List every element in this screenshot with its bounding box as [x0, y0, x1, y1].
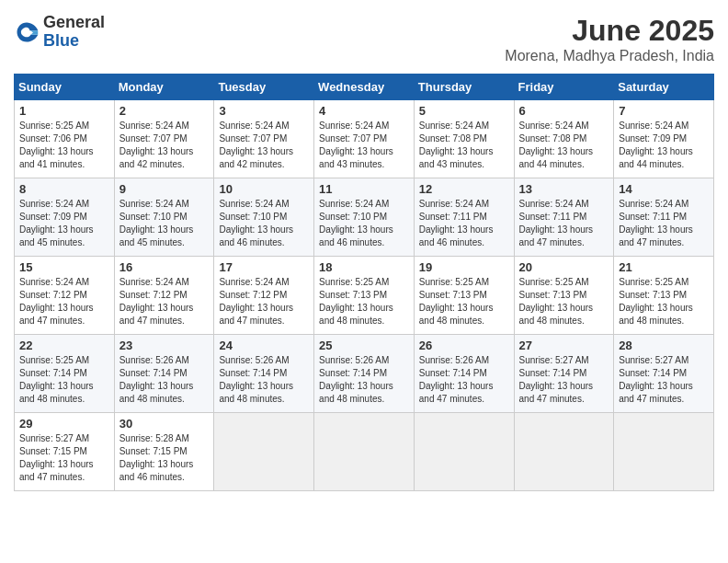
day-number: 18	[319, 260, 409, 274]
calendar-cell: 2 Sunrise: 5:24 AMSunset: 7:07 PMDayligh…	[114, 100, 214, 178]
calendar-cell	[514, 413, 614, 491]
calendar-cell: 23 Sunrise: 5:26 AMSunset: 7:14 PMDaylig…	[114, 335, 214, 413]
day-info: Sunrise: 5:26 AMSunset: 7:14 PMDaylight:…	[419, 355, 494, 404]
logo: General Blue	[14, 14, 105, 51]
day-number: 26	[419, 339, 509, 352]
calendar-cell: 27 Sunrise: 5:27 AMSunset: 7:14 PMDaylig…	[514, 335, 614, 413]
calendar-cell: 9 Sunrise: 5:24 AMSunset: 7:10 PMDayligh…	[114, 178, 214, 257]
day-number: 27	[519, 339, 609, 352]
day-number: 10	[219, 182, 309, 196]
calendar-cell: 28 Sunrise: 5:27 AMSunset: 7:14 PMDaylig…	[614, 335, 714, 413]
day-number: 9	[119, 182, 210, 196]
calendar-cell: 26 Sunrise: 5:26 AMSunset: 7:14 PMDaylig…	[414, 335, 514, 413]
calendar-cell: 6 Sunrise: 5:24 AMSunset: 7:08 PMDayligh…	[514, 100, 614, 178]
day-info: Sunrise: 5:24 AMSunset: 7:07 PMDaylight:…	[219, 121, 293, 169]
calendar-cell: 5 Sunrise: 5:24 AMSunset: 7:08 PMDayligh…	[414, 100, 514, 178]
calendar-cell	[214, 413, 314, 491]
calendar-subtitle: Morena, Madhya Pradesh, India	[505, 48, 714, 64]
day-number: 17	[219, 260, 309, 274]
calendar-cell: 19 Sunrise: 5:25 AMSunset: 7:13 PMDaylig…	[414, 257, 514, 335]
calendar-title: June 2025	[505, 14, 714, 48]
week-row-2: 8 Sunrise: 5:24 AMSunset: 7:09 PMDayligh…	[15, 178, 714, 257]
calendar-cell: 18 Sunrise: 5:25 AMSunset: 7:13 PMDaylig…	[314, 257, 415, 335]
header-thursday: Thursday	[414, 75, 514, 100]
day-number: 25	[319, 339, 409, 352]
day-info: Sunrise: 5:24 AMSunset: 7:11 PMDaylight:…	[519, 199, 594, 247]
day-info: Sunrise: 5:24 AMSunset: 7:07 PMDaylight:…	[119, 121, 194, 169]
calendar-cell: 15 Sunrise: 5:24 AMSunset: 7:12 PMDaylig…	[15, 257, 115, 335]
header-row: Sunday Monday Tuesday Wednesday Thursday…	[15, 75, 714, 100]
day-number: 23	[119, 339, 210, 352]
day-info: Sunrise: 5:25 AMSunset: 7:06 PMDaylight:…	[19, 121, 94, 169]
day-info: Sunrise: 5:25 AMSunset: 7:13 PMDaylight:…	[619, 277, 693, 326]
calendar-cell: 12 Sunrise: 5:24 AMSunset: 7:11 PMDaylig…	[414, 178, 514, 257]
day-info: Sunrise: 5:24 AMSunset: 7:07 PMDaylight:…	[319, 121, 393, 169]
calendar-cell: 7 Sunrise: 5:24 AMSunset: 7:09 PMDayligh…	[614, 100, 714, 178]
calendar-cell: 13 Sunrise: 5:24 AMSunset: 7:11 PMDaylig…	[514, 178, 614, 257]
day-number: 29	[19, 417, 109, 431]
calendar-cell: 22 Sunrise: 5:25 AMSunset: 7:14 PMDaylig…	[15, 335, 115, 413]
calendar-cell: 11 Sunrise: 5:24 AMSunset: 7:10 PMDaylig…	[314, 178, 415, 257]
day-number: 16	[119, 260, 210, 274]
header-tuesday: Tuesday	[214, 75, 314, 100]
day-info: Sunrise: 5:26 AMSunset: 7:14 PMDaylight:…	[319, 355, 393, 404]
day-info: Sunrise: 5:25 AMSunset: 7:13 PMDaylight:…	[419, 277, 494, 326]
day-info: Sunrise: 5:24 AMSunset: 7:11 PMDaylight:…	[619, 199, 693, 247]
day-number: 28	[619, 339, 709, 352]
calendar-cell: 8 Sunrise: 5:24 AMSunset: 7:09 PMDayligh…	[15, 178, 115, 257]
calendar-cell: 1 Sunrise: 5:25 AMSunset: 7:06 PMDayligh…	[15, 100, 115, 178]
calendar-cell: 29 Sunrise: 5:27 AMSunset: 7:15 PMDaylig…	[15, 413, 115, 491]
calendar-cell: 10 Sunrise: 5:24 AMSunset: 7:10 PMDaylig…	[214, 178, 314, 257]
day-info: Sunrise: 5:27 AMSunset: 7:14 PMDaylight:…	[619, 355, 693, 404]
week-row-1: 1 Sunrise: 5:25 AMSunset: 7:06 PMDayligh…	[15, 100, 714, 178]
calendar-cell	[314, 413, 415, 491]
calendar-cell: 4 Sunrise: 5:24 AMSunset: 7:07 PMDayligh…	[314, 100, 415, 178]
day-info: Sunrise: 5:26 AMSunset: 7:14 PMDaylight:…	[119, 355, 194, 404]
day-info: Sunrise: 5:24 AMSunset: 7:10 PMDaylight:…	[319, 199, 393, 247]
day-info: Sunrise: 5:24 AMSunset: 7:10 PMDaylight:…	[219, 199, 293, 247]
day-info: Sunrise: 5:24 AMSunset: 7:12 PMDaylight:…	[219, 277, 293, 326]
calendar-cell: 16 Sunrise: 5:24 AMSunset: 7:12 PMDaylig…	[114, 257, 214, 335]
day-info: Sunrise: 5:24 AMSunset: 7:12 PMDaylight:…	[119, 277, 194, 326]
day-number: 19	[419, 260, 509, 274]
calendar-cell: 20 Sunrise: 5:25 AMSunset: 7:13 PMDaylig…	[514, 257, 614, 335]
day-info: Sunrise: 5:24 AMSunset: 7:08 PMDaylight:…	[519, 121, 594, 169]
calendar-cell: 14 Sunrise: 5:24 AMSunset: 7:11 PMDaylig…	[614, 178, 714, 257]
week-row-3: 15 Sunrise: 5:24 AMSunset: 7:12 PMDaylig…	[15, 257, 714, 335]
day-number: 15	[19, 260, 109, 274]
calendar-cell: 24 Sunrise: 5:26 AMSunset: 7:14 PMDaylig…	[214, 335, 314, 413]
day-number: 7	[619, 104, 709, 118]
calendar-cell: 21 Sunrise: 5:25 AMSunset: 7:13 PMDaylig…	[614, 257, 714, 335]
title-section: June 2025 Morena, Madhya Pradesh, India	[505, 14, 714, 64]
day-info: Sunrise: 5:25 AMSunset: 7:13 PMDaylight:…	[519, 277, 594, 326]
day-info: Sunrise: 5:25 AMSunset: 7:14 PMDaylight:…	[19, 355, 94, 404]
day-number: 14	[619, 182, 709, 196]
day-number: 6	[519, 104, 609, 118]
day-number: 8	[19, 182, 109, 196]
day-number: 21	[619, 260, 709, 274]
day-info: Sunrise: 5:24 AMSunset: 7:09 PMDaylight:…	[19, 199, 94, 247]
day-info: Sunrise: 5:26 AMSunset: 7:14 PMDaylight:…	[219, 355, 293, 404]
header-wednesday: Wednesday	[314, 75, 415, 100]
day-number: 11	[319, 182, 409, 196]
day-info: Sunrise: 5:24 AMSunset: 7:12 PMDaylight:…	[19, 277, 94, 326]
day-info: Sunrise: 5:24 AMSunset: 7:08 PMDaylight:…	[419, 121, 494, 169]
calendar-cell	[614, 413, 714, 491]
calendar-cell: 30 Sunrise: 5:28 AMSunset: 7:15 PMDaylig…	[114, 413, 214, 491]
day-number: 2	[119, 104, 210, 118]
day-info: Sunrise: 5:28 AMSunset: 7:15 PMDaylight:…	[119, 433, 194, 482]
day-number: 3	[219, 104, 309, 118]
header-friday: Friday	[514, 75, 614, 100]
day-number: 22	[19, 339, 109, 352]
day-info: Sunrise: 5:24 AMSunset: 7:10 PMDaylight:…	[119, 199, 194, 247]
day-number: 13	[519, 182, 609, 196]
page-container: General Blue June 2025 Morena, Madhya Pr…	[14, 14, 714, 491]
week-row-5: 29 Sunrise: 5:27 AMSunset: 7:15 PMDaylig…	[15, 413, 714, 491]
calendar-cell: 17 Sunrise: 5:24 AMSunset: 7:12 PMDaylig…	[214, 257, 314, 335]
day-info: Sunrise: 5:24 AMSunset: 7:11 PMDaylight:…	[419, 199, 494, 247]
day-number: 12	[419, 182, 509, 196]
calendar-cell	[414, 413, 514, 491]
header-monday: Monday	[114, 75, 214, 100]
day-number: 20	[519, 260, 609, 274]
logo-general-text: General	[43, 13, 105, 31]
